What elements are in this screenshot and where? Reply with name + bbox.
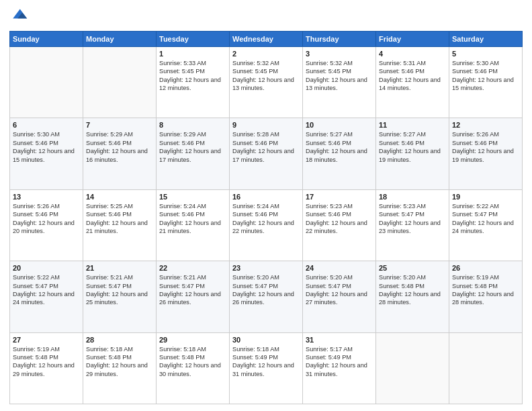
- day-info: Sunrise: 5:30 AMSunset: 5:46 PMDaylight:…: [452, 59, 519, 93]
- calendar-cell: 4Sunrise: 5:31 AMSunset: 5:46 PMDaylight…: [376, 47, 449, 118]
- day-number: 16: [232, 193, 300, 201]
- calendar-cell: 10Sunrise: 5:27 AMSunset: 5:46 PMDayligh…: [303, 118, 376, 189]
- calendar-cell: 9Sunrise: 5:28 AMSunset: 5:46 PMDaylight…: [230, 118, 303, 189]
- day-info: Sunrise: 5:27 AMSunset: 5:46 PMDaylight:…: [306, 130, 373, 164]
- day-number: 17: [306, 193, 373, 201]
- calendar-cell: 7Sunrise: 5:29 AMSunset: 5:46 PMDaylight…: [83, 118, 157, 189]
- day-info: Sunrise: 5:20 AMSunset: 5:47 PMDaylight:…: [306, 273, 373, 307]
- weekday-header-sunday: Sunday: [10, 32, 83, 47]
- day-info: Sunrise: 5:20 AMSunset: 5:47 PMDaylight:…: [232, 273, 300, 307]
- day-info: Sunrise: 5:30 AMSunset: 5:46 PMDaylight:…: [13, 130, 80, 164]
- calendar-cell: [449, 332, 523, 404]
- weekday-header-tuesday: Tuesday: [157, 32, 230, 47]
- calendar-cell: 3Sunrise: 5:32 AMSunset: 5:45 PMDaylight…: [303, 47, 376, 118]
- calendar-cell: 20Sunrise: 5:22 AMSunset: 5:47 PMDayligh…: [10, 261, 83, 332]
- day-info: Sunrise: 5:27 AMSunset: 5:46 PMDaylight:…: [379, 130, 446, 164]
- day-number: 4: [379, 50, 446, 58]
- calendar-cell: 18Sunrise: 5:23 AMSunset: 5:47 PMDayligh…: [376, 189, 449, 261]
- week-row-1: 1Sunrise: 5:33 AMSunset: 5:45 PMDaylight…: [10, 47, 523, 118]
- calendar-cell: 21Sunrise: 5:21 AMSunset: 5:47 PMDayligh…: [83, 261, 157, 332]
- calendar-cell: 6Sunrise: 5:30 AMSunset: 5:46 PMDaylight…: [10, 118, 83, 189]
- day-info: Sunrise: 5:19 AMSunset: 5:48 PMDaylight:…: [13, 345, 80, 379]
- calendar-cell: 31Sunrise: 5:17 AMSunset: 5:49 PMDayligh…: [303, 332, 376, 404]
- day-number: 3: [306, 50, 373, 58]
- day-info: Sunrise: 5:31 AMSunset: 5:46 PMDaylight:…: [379, 59, 446, 93]
- day-number: 10: [306, 121, 373, 129]
- calendar-cell: 28Sunrise: 5:18 AMSunset: 5:48 PMDayligh…: [83, 332, 157, 404]
- logo-icon: [9, 7, 28, 26]
- calendar-table: SundayMondayTuesdayWednesdayThursdayFrid…: [9, 31, 523, 404]
- day-info: Sunrise: 5:24 AMSunset: 5:46 PMDaylight:…: [159, 202, 226, 236]
- calendar-cell: 17Sunrise: 5:23 AMSunset: 5:46 PMDayligh…: [303, 189, 376, 261]
- day-number: 19: [452, 193, 519, 201]
- day-info: Sunrise: 5:17 AMSunset: 5:49 PMDaylight:…: [306, 345, 373, 379]
- weekday-header-monday: Monday: [83, 32, 157, 47]
- day-number: 12: [452, 121, 519, 129]
- day-number: 8: [159, 121, 226, 129]
- weekday-header-friday: Friday: [376, 32, 449, 47]
- day-number: 22: [159, 264, 226, 272]
- day-info: Sunrise: 5:21 AMSunset: 5:47 PMDaylight:…: [159, 273, 226, 307]
- day-number: 9: [232, 121, 300, 129]
- day-number: 27: [13, 336, 80, 344]
- calendar-cell: 26Sunrise: 5:19 AMSunset: 5:48 PMDayligh…: [449, 261, 523, 332]
- day-info: Sunrise: 5:18 AMSunset: 5:48 PMDaylight:…: [86, 345, 153, 379]
- day-number: 26: [452, 264, 519, 272]
- day-number: 2: [232, 50, 300, 58]
- calendar-cell: 13Sunrise: 5:26 AMSunset: 5:46 PMDayligh…: [10, 189, 83, 261]
- day-info: Sunrise: 5:29 AMSunset: 5:46 PMDaylight:…: [86, 130, 153, 164]
- day-number: 1: [159, 50, 226, 58]
- day-info: Sunrise: 5:32 AMSunset: 5:45 PMDaylight:…: [306, 59, 373, 93]
- weekday-header-saturday: Saturday: [449, 32, 523, 47]
- week-row-4: 20Sunrise: 5:22 AMSunset: 5:47 PMDayligh…: [10, 261, 523, 332]
- day-info: Sunrise: 5:22 AMSunset: 5:47 PMDaylight:…: [13, 273, 80, 307]
- day-info: Sunrise: 5:26 AMSunset: 5:46 PMDaylight:…: [13, 202, 80, 236]
- day-info: Sunrise: 5:18 AMSunset: 5:48 PMDaylight:…: [159, 345, 226, 379]
- day-number: 13: [13, 193, 80, 201]
- day-number: 23: [232, 264, 300, 272]
- calendar-cell: 29Sunrise: 5:18 AMSunset: 5:48 PMDayligh…: [157, 332, 230, 404]
- day-info: Sunrise: 5:33 AMSunset: 5:45 PMDaylight:…: [159, 59, 226, 93]
- calendar-cell: 23Sunrise: 5:20 AMSunset: 5:47 PMDayligh…: [230, 261, 303, 332]
- calendar-cell: 11Sunrise: 5:27 AMSunset: 5:46 PMDayligh…: [376, 118, 449, 189]
- calendar-cell: 8Sunrise: 5:29 AMSunset: 5:46 PMDaylight…: [157, 118, 230, 189]
- day-number: 18: [379, 193, 446, 201]
- day-number: 14: [86, 193, 153, 201]
- calendar-cell: 15Sunrise: 5:24 AMSunset: 5:46 PMDayligh…: [157, 189, 230, 261]
- calendar-cell: 1Sunrise: 5:33 AMSunset: 5:45 PMDaylight…: [157, 47, 230, 118]
- calendar-cell: 27Sunrise: 5:19 AMSunset: 5:48 PMDayligh…: [10, 332, 83, 404]
- calendar-cell: [83, 47, 157, 118]
- day-number: 25: [379, 264, 446, 272]
- day-info: Sunrise: 5:21 AMSunset: 5:47 PMDaylight:…: [86, 273, 153, 307]
- day-number: 30: [232, 336, 300, 344]
- day-info: Sunrise: 5:26 AMSunset: 5:46 PMDaylight:…: [452, 130, 519, 164]
- weekday-header-row: SundayMondayTuesdayWednesdayThursdayFrid…: [10, 32, 523, 47]
- day-number: 7: [86, 121, 153, 129]
- day-info: Sunrise: 5:28 AMSunset: 5:46 PMDaylight:…: [232, 130, 300, 164]
- calendar-cell: 30Sunrise: 5:18 AMSunset: 5:49 PMDayligh…: [230, 332, 303, 404]
- day-info: Sunrise: 5:25 AMSunset: 5:46 PMDaylight:…: [86, 202, 153, 236]
- day-info: Sunrise: 5:19 AMSunset: 5:48 PMDaylight:…: [452, 273, 519, 307]
- week-row-2: 6Sunrise: 5:30 AMSunset: 5:46 PMDaylight…: [10, 118, 523, 189]
- calendar-cell: 5Sunrise: 5:30 AMSunset: 5:46 PMDaylight…: [449, 47, 523, 118]
- day-info: Sunrise: 5:23 AMSunset: 5:47 PMDaylight:…: [379, 202, 446, 236]
- calendar-cell: 16Sunrise: 5:24 AMSunset: 5:46 PMDayligh…: [230, 189, 303, 261]
- day-number: 20: [13, 264, 80, 272]
- day-number: 15: [159, 193, 226, 201]
- week-row-5: 27Sunrise: 5:19 AMSunset: 5:48 PMDayligh…: [10, 332, 523, 404]
- calendar-cell: 2Sunrise: 5:32 AMSunset: 5:45 PMDaylight…: [230, 47, 303, 118]
- day-number: 21: [86, 264, 153, 272]
- day-info: Sunrise: 5:29 AMSunset: 5:46 PMDaylight:…: [159, 130, 226, 164]
- day-info: Sunrise: 5:18 AMSunset: 5:49 PMDaylight:…: [232, 345, 300, 379]
- day-number: 29: [159, 336, 226, 344]
- page: SundayMondayTuesdayWednesdayThursdayFrid…: [0, 0, 532, 411]
- calendar-cell: 22Sunrise: 5:21 AMSunset: 5:47 PMDayligh…: [157, 261, 230, 332]
- calendar-cell: 19Sunrise: 5:22 AMSunset: 5:47 PMDayligh…: [449, 189, 523, 261]
- day-info: Sunrise: 5:22 AMSunset: 5:47 PMDaylight:…: [452, 202, 519, 236]
- calendar-cell: [10, 47, 83, 118]
- day-info: Sunrise: 5:20 AMSunset: 5:48 PMDaylight:…: [379, 273, 446, 307]
- header: [9, 7, 523, 26]
- day-info: Sunrise: 5:24 AMSunset: 5:46 PMDaylight:…: [232, 202, 300, 236]
- day-number: 31: [306, 336, 373, 344]
- weekday-header-thursday: Thursday: [303, 32, 376, 47]
